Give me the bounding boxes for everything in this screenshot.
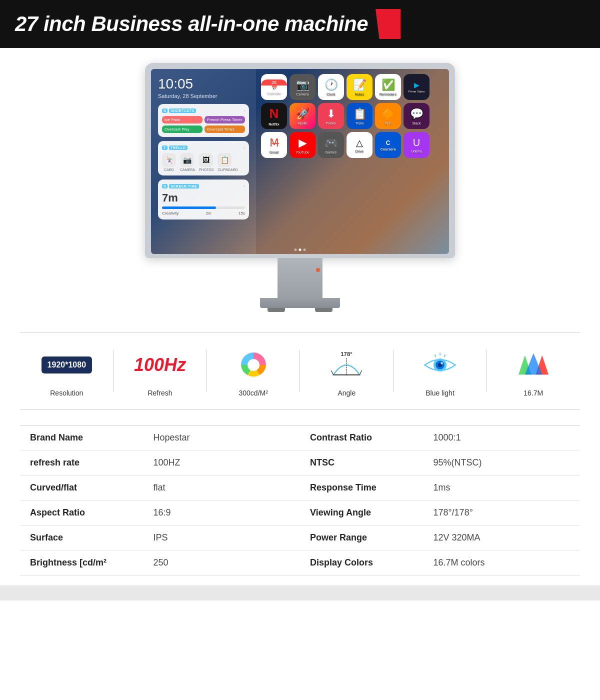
- table-row: Brand Name Hopestar Contrast Ratio 1000:…: [20, 426, 580, 450]
- monitor-feet: [268, 308, 332, 312]
- brightness-label: 300cd/M²: [238, 389, 268, 397]
- spec-value2-0: 1000:1: [423, 426, 580, 450]
- hz-text: 100Hz: [134, 354, 186, 376]
- brightness-icon-area: [238, 345, 268, 385]
- app-icon-drive: △Drive: [346, 132, 372, 158]
- table-row: Brightness [cd/m² 250 Display Colors 16.…: [20, 550, 580, 576]
- spec-name2-2: Response Time: [300, 476, 423, 500]
- app-icon-slack: 💬Slack: [404, 103, 430, 129]
- app-icon-clock: 🕐Clock: [318, 74, 344, 100]
- app-icon-trello: 📋Trello: [346, 103, 372, 129]
- resolution-icon-area: 1920*1080: [42, 345, 92, 385]
- svg-point-11: [440, 362, 442, 364]
- screen-right-panel: 28 📅 Calendar 📷Camera 🕐Clock 📝Notes ✅Rem…: [256, 69, 449, 254]
- app-row-2: NNetflix 🚀Apollo ⬇Pocket 📋Trello 🔶VLC 💬S…: [261, 103, 444, 129]
- app-row-3: M̶Gmail ▶YouTube 🎮Games △Drive CCoursera…: [261, 132, 444, 158]
- header-accent: [376, 9, 400, 39]
- specs-table-section: Brand Name Hopestar Contrast Ratio 1000:…: [20, 425, 580, 576]
- monitor-base: [260, 298, 340, 308]
- monitor-section: 10:05 Saturday, 28 September SSHORTCUTS …: [0, 63, 600, 312]
- screen-date: Saturday, 28 September: [158, 93, 249, 99]
- svg-line-6: [332, 370, 334, 375]
- table-row: Surface IPS Power Range 12V 320MA: [20, 526, 580, 550]
- table-row: Aspect Ratio 16:9 Viewing Angle 178°/178…: [20, 500, 580, 526]
- bluelight-icon-area: [422, 345, 458, 385]
- spec-name-5: Brightness [cd/m²: [20, 550, 143, 576]
- resolution-label: Resolution: [50, 389, 83, 397]
- spec-value2-4: 12V 320MA: [423, 526, 580, 550]
- screen-time: 10:05: [158, 76, 249, 92]
- screen-time-widget: SSCREEN TIME › 7m Creativity 2m: [158, 180, 249, 220]
- colors-icon-area: [518, 345, 548, 385]
- spec-name2-3: Viewing Angle: [300, 500, 423, 526]
- app-icon-notes: 📝Notes: [346, 74, 372, 100]
- app-icon-pocket: ⬇Pocket: [318, 103, 344, 129]
- spec-value-2: flat: [143, 476, 300, 500]
- app-row-1: 28 📅 Calendar 📷Camera 🕐Clock 📝Notes ✅Rem…: [261, 74, 444, 100]
- app-icon-youtube: ▶YouTube: [290, 132, 316, 158]
- time1: 2m: [206, 211, 212, 216]
- spec-name-4: Surface: [20, 526, 143, 550]
- refresh-label: Refresh: [148, 389, 172, 397]
- spec-name2-4: Power Range: [300, 526, 423, 550]
- app-icon-reminders: ✅Reminders: [375, 74, 401, 100]
- spec-value2-1: 95%(NTSC): [423, 450, 580, 476]
- spec-value-3: 16:9: [143, 500, 300, 526]
- spec-bluelight: Blue light: [394, 345, 487, 397]
- eye-icon: [422, 350, 458, 380]
- app-icon-camera: 📷Camera: [290, 74, 316, 100]
- app-icon-prime: ▶Prime Video: [404, 74, 430, 100]
- monitor-frame: 10:05 Saturday, 28 September SSHORTCUTS …: [145, 63, 455, 258]
- angle-label: Angle: [338, 389, 356, 397]
- bottom-bar: [0, 586, 600, 600]
- bluelight-label: Blue light: [426, 389, 454, 397]
- screen-left-panel: 10:05 Saturday, 28 September SSHORTCUTS …: [151, 69, 256, 254]
- specs-icons-section: 1920*1080 Resolution 100Hz Refresh: [20, 332, 580, 410]
- creativity-label: Creativity: [162, 211, 178, 216]
- colors-icon: [518, 350, 548, 380]
- trello-widget: TTRELLO › 🃏 CARD 📷: [158, 141, 249, 176]
- monitor-foot-right: [315, 308, 332, 312]
- spec-value-1: 100HZ: [143, 450, 300, 476]
- app-icon-coursera: CCoursera: [375, 132, 401, 158]
- resolution-badge: 1920*1080: [42, 356, 92, 374]
- screentime-value: 7m: [162, 192, 245, 204]
- spec-colors: 16.7M: [486, 345, 580, 397]
- table-row: refresh rate 100HZ NTSC 95%(NTSC): [20, 450, 580, 476]
- app-icon-gmail: M̶Gmail: [261, 132, 287, 158]
- spec-angle: 178° Angle: [300, 345, 394, 397]
- trello-icon-card: 🃏: [162, 153, 176, 167]
- spec-name-0: Brand Name: [20, 426, 143, 450]
- header: 27 inch Business all-in-one machine: [0, 0, 600, 48]
- svg-line-7: [360, 370, 362, 375]
- spec-name-3: Aspect Ratio: [20, 500, 143, 526]
- spec-value-4: IPS: [143, 526, 300, 550]
- spec-resolution: 1920*1080 Resolution: [20, 345, 114, 397]
- trello-title: TTRELLO: [162, 145, 189, 150]
- trello-icon-clipboard: 📋: [218, 153, 232, 167]
- shortcut-btn-2: French Press Timer: [204, 116, 245, 124]
- spec-name-1: refresh rate: [20, 450, 143, 476]
- monitor-neck: [278, 258, 322, 298]
- shortcut-btn-1: Ice Pack: [162, 116, 202, 124]
- monitor-stand: [260, 258, 340, 312]
- spec-value2-2: 1ms: [423, 476, 580, 500]
- app-icon-udemy: UUdemy: [404, 132, 430, 158]
- spec-name2-1: NTSC: [300, 450, 423, 476]
- shortcut-btn-4: Overcast Timer: [204, 126, 245, 133]
- spec-brightness: 300cd/M²: [206, 345, 300, 397]
- app-icon-apollo: 🚀Apollo: [290, 103, 316, 129]
- trello-icon-photos: 🖼: [199, 153, 213, 167]
- app-icon-netflix: NNetflix: [261, 103, 287, 129]
- spec-value-5: 250: [143, 550, 300, 576]
- spec-name-2: Curved/flat: [20, 476, 143, 500]
- monitor-wrapper: 10:05 Saturday, 28 September SSHORTCUTS …: [145, 63, 455, 312]
- svg-line-14: [444, 354, 446, 357]
- shortcut-btn-3: Overcast Play: [162, 126, 202, 133]
- trello-icon-camera: 📷: [180, 153, 194, 167]
- spec-value-0: Hopestar: [143, 426, 300, 450]
- svg-line-12: [435, 354, 436, 357]
- monitor-screen: 10:05 Saturday, 28 September SSHORTCUTS …: [151, 69, 449, 254]
- shortcuts-widget: SSHORTCUTS › Ice Pack French Press Timer…: [158, 104, 249, 137]
- svg-text:178°: 178°: [341, 351, 353, 357]
